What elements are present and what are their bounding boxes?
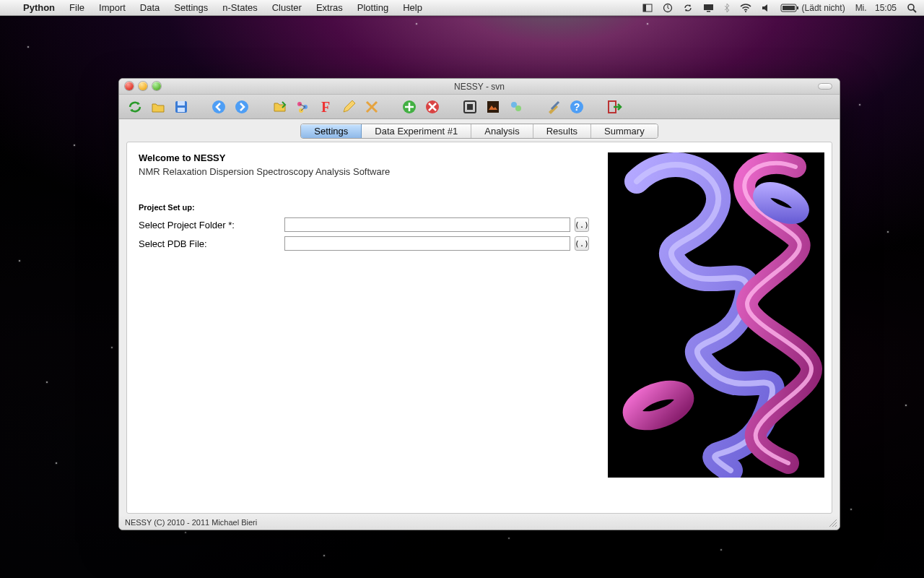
timemachine-icon[interactable] — [663, 3, 673, 13]
project-folder-browse-button[interactable]: (.) — [575, 217, 589, 232]
svg-rect-24 — [467, 104, 473, 110]
menu-import[interactable]: Import — [92, 2, 133, 13]
status-bar: NESSY (C) 2010 - 2011 Michael Bieri — [119, 515, 840, 530]
wifi-icon[interactable] — [740, 4, 751, 12]
sync-icon[interactable] — [683, 3, 693, 13]
svg-rect-1 — [643, 4, 646, 12]
svg-point-27 — [515, 105, 521, 111]
image-icon[interactable] — [484, 98, 502, 116]
project-folder-input[interactable] — [284, 217, 570, 232]
clock[interactable]: Mi. 15:05 — [855, 3, 897, 13]
delete-x-icon[interactable] — [363, 98, 380, 116]
add-icon[interactable] — [401, 98, 418, 116]
menu-extras[interactable]: Extras — [309, 2, 350, 13]
project-folder-label: Select Project Folder *: — [139, 220, 280, 230]
menu-data[interactable]: Data — [133, 2, 167, 13]
display-icon[interactable] — [703, 4, 714, 12]
tab-analysis[interactable]: Analysis — [471, 124, 532, 138]
window-resize-grip[interactable] — [828, 518, 838, 528]
svg-rect-3 — [704, 4, 713, 10]
svg-rect-7 — [797, 7, 798, 9]
export-icon[interactable] — [271, 98, 288, 116]
save-icon[interactable] — [173, 98, 190, 116]
pymol-icon[interactable] — [507, 98, 525, 116]
svg-point-5 — [745, 11, 746, 12]
tab-row: Settings Data Experiment #1 Analysis Res… — [119, 119, 840, 139]
remove-icon[interactable] — [424, 98, 441, 116]
pdb-file-browse-button[interactable]: (.) — [575, 236, 589, 251]
open-folder-icon[interactable] — [149, 98, 167, 116]
svg-point-15 — [235, 100, 248, 113]
refresh-icon[interactable] — [126, 98, 144, 116]
status-text: NESSY (C) 2010 - 2011 Michael Bieri — [125, 518, 257, 527]
window-proxy-icon — [818, 83, 832, 90]
svg-point-9 — [908, 4, 914, 10]
forward-icon[interactable] — [233, 98, 250, 116]
pdb-file-input[interactable] — [284, 236, 570, 251]
svg-rect-25 — [487, 101, 499, 113]
model-icon[interactable] — [294, 98, 311, 116]
nessy-window: NESSY - svn F ? Settings Data Experiment… — [118, 78, 840, 530]
battery-status[interactable]: (Lädt nicht) — [780, 3, 845, 13]
svg-text:?: ? — [574, 101, 580, 113]
protein-ribbon-image — [608, 152, 824, 478]
toolbar: F ? — [119, 95, 840, 119]
spotlight-icon[interactable] — [907, 3, 917, 13]
svg-rect-4 — [707, 11, 710, 12]
edit-icon[interactable] — [340, 98, 357, 116]
menu-settings[interactable]: Settings — [167, 2, 215, 13]
volume-icon[interactable] — [762, 4, 770, 12]
stop-icon[interactable] — [461, 98, 479, 116]
window-title: NESSY - svn — [454, 82, 505, 92]
function-f-icon[interactable]: F — [317, 98, 334, 116]
window-close-button[interactable] — [125, 82, 134, 90]
tab-settings[interactable]: Settings — [301, 124, 362, 138]
pdb-file-label: Select PDB File: — [139, 238, 280, 249]
svg-rect-13 — [178, 108, 185, 112]
menu-nstates[interactable]: n-States — [215, 2, 264, 13]
window-zoom-button[interactable] — [152, 82, 161, 90]
settings-panel: Welcome to NESSY NMR Relaxation Dispersi… — [126, 142, 832, 514]
tab-summary[interactable]: Summary — [590, 124, 658, 138]
window-minimize-button[interactable] — [139, 82, 147, 90]
settings-tools-icon[interactable] — [545, 98, 562, 116]
menu-file[interactable]: File — [62, 2, 92, 13]
svg-point-14 — [212, 100, 225, 113]
app-menu[interactable]: Python — [16, 2, 62, 13]
svg-line-10 — [913, 9, 916, 12]
quit-icon[interactable] — [606, 98, 623, 116]
back-icon[interactable] — [210, 98, 227, 116]
battery-status-label: (Lädt nicht) — [802, 3, 845, 13]
menu-cluster[interactable]: Cluster — [265, 2, 309, 13]
help-icon[interactable]: ? — [568, 98, 585, 116]
menu-plotting[interactable]: Plotting — [350, 2, 396, 13]
tab-results[interactable]: Results — [533, 124, 590, 138]
bluetooth-icon[interactable] — [724, 3, 730, 13]
tab-data-experiment-1[interactable]: Data Experiment #1 — [362, 124, 471, 138]
window-titlebar[interactable]: NESSY - svn — [119, 79, 840, 95]
svg-rect-8 — [783, 6, 795, 10]
sidebar-toggle-icon[interactable] — [642, 4, 653, 12]
menu-help[interactable]: Help — [396, 2, 430, 13]
svg-rect-12 — [178, 101, 185, 105]
macos-menubar: Python File Import Data Settings n-State… — [0, 0, 924, 16]
